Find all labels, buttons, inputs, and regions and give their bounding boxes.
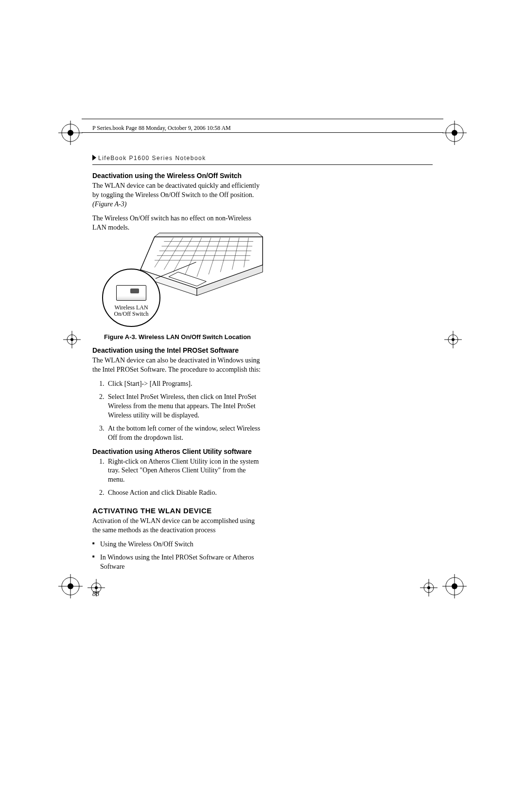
reg-target-right-b bbox=[420, 579, 438, 596]
atheros-step-2: Choose Action and click Disable Radio. bbox=[106, 488, 262, 498]
wireless-switch-icon bbox=[116, 285, 146, 301]
figure-a3: Wireless LAN On/Off Switch bbox=[92, 237, 262, 329]
proset-steps: Click [Start]-> [All Programs]. Select I… bbox=[92, 379, 262, 442]
callout-text: Wireless LAN On/Off Switch bbox=[114, 305, 149, 317]
content-column: LifeBook P1600 Series Notebook Deactivat… bbox=[92, 155, 433, 577]
proset-step-1: Click [Start]-> [All Programs]. bbox=[106, 379, 262, 389]
figure-ref: (Figure A-3) bbox=[92, 200, 126, 208]
header-rule-inner bbox=[82, 132, 443, 133]
callout-text-l2: On/Off Switch bbox=[114, 310, 149, 317]
heading-deactivate-proset: Deactivation using the Intel PROSet Soft… bbox=[92, 346, 262, 354]
callout-circle: Wireless LAN On/Off Switch bbox=[102, 269, 160, 327]
para-switch-1: The WLAN device can be deactivated quick… bbox=[92, 181, 262, 209]
running-head-rule bbox=[92, 164, 433, 165]
para-switch-2: The Wireless On/Off switch has no effect… bbox=[92, 214, 262, 233]
para-proset-intro: The WLAN device can also be deactivated … bbox=[92, 356, 262, 375]
heading-deactivate-atheros: Deactivation using Atheros Client Utilit… bbox=[92, 448, 262, 455]
reg-target-right bbox=[444, 331, 462, 348]
crop-mark-tr bbox=[442, 121, 467, 145]
page-header: P Series.book Page 88 Monday, October 9,… bbox=[92, 125, 433, 132]
para-activating: Activation of the WLAN device can be acc… bbox=[92, 517, 262, 535]
atheros-step-1: Right-click on Atheros Client Utility ic… bbox=[106, 457, 262, 485]
figure-caption: Figure A-3. Wireless LAN On/Off Switch L… bbox=[92, 333, 262, 341]
proset-step-3: At the bottom left corner of the window,… bbox=[106, 424, 262, 443]
svg-marker-33 bbox=[155, 233, 262, 237]
heading-deactivate-switch: Deactivation using the Wireless On/Off S… bbox=[92, 172, 262, 180]
header-rule bbox=[82, 119, 443, 119]
page-number: 88 bbox=[92, 590, 99, 598]
main-text-column: Deactivation using the Wireless On/Off S… bbox=[92, 172, 262, 572]
heading-activating: ACTIVATING THE WLAN DEVICE bbox=[92, 506, 262, 515]
activating-bullets: Using the Wireless On/Off Switch In Wind… bbox=[92, 540, 262, 572]
atheros-steps: Right-click on Atheros Client Utility ic… bbox=[92, 457, 262, 498]
para-switch-1-text: The WLAN device can be deactivated quick… bbox=[92, 182, 260, 198]
crop-mark-tl bbox=[58, 121, 83, 145]
crop-mark-br bbox=[442, 574, 467, 598]
running-head: LifeBook P1600 Series Notebook bbox=[92, 155, 433, 162]
reg-target-left bbox=[63, 331, 81, 348]
callout-text-l1: Wireless LAN bbox=[114, 304, 148, 311]
proset-step-2: Select Intel ProSet Wireless, then click… bbox=[106, 393, 262, 420]
activating-bullet-1: Using the Wireless On/Off Switch bbox=[92, 540, 262, 549]
crop-mark-bl bbox=[58, 574, 83, 598]
activating-bullet-2: In Windows using the Intel PROSet Softwa… bbox=[92, 553, 262, 572]
